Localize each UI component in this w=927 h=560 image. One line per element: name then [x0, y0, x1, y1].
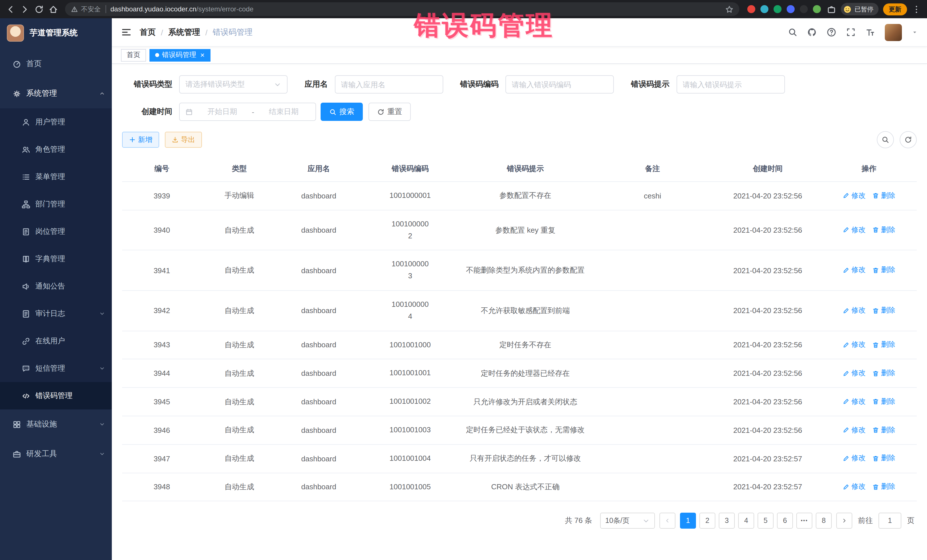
page-size-select[interactable]: 10条/页: [600, 513, 655, 529]
extension-icon[interactable]: [787, 5, 795, 13]
sidebar-item-audit-log[interactable]: 审计日志: [0, 300, 112, 327]
delete-link[interactable]: 删除: [872, 397, 895, 407]
extensions-puzzle-icon[interactable]: [827, 4, 836, 14]
delete-link[interactable]: 删除: [872, 225, 895, 235]
edit-link[interactable]: 修改: [843, 369, 866, 378]
prev-page-button[interactable]: [660, 513, 675, 529]
github-icon[interactable]: [807, 27, 817, 37]
back-icon[interactable]: [6, 4, 15, 14]
edit-link[interactable]: 修改: [843, 454, 866, 463]
avatar[interactable]: [885, 24, 902, 41]
error-type-select[interactable]: 请选择错误码类型: [179, 75, 287, 94]
extension-icon[interactable]: [800, 5, 808, 13]
close-icon[interactable]: ×: [200, 51, 205, 59]
sidebar-item-online-users[interactable]: 在线用户: [0, 327, 112, 355]
logo[interactable]: 芋道管理系统: [0, 18, 112, 48]
filter-error-type: 错误码类型 请选择错误码类型: [122, 75, 287, 94]
pager-page-2[interactable]: 2: [699, 513, 715, 529]
sidebar-item-roles[interactable]: 角色管理: [0, 136, 112, 163]
forward-icon[interactable]: [20, 4, 30, 14]
export-button[interactable]: 导出: [165, 132, 202, 148]
extension-icon[interactable]: [760, 5, 768, 13]
error-code-input[interactable]: [505, 75, 614, 94]
delete-link[interactable]: 删除: [872, 425, 895, 435]
delete-link[interactable]: 删除: [872, 454, 895, 463]
browser-menu-dots-icon[interactable]: [912, 4, 921, 14]
sidebar-item-dictionary[interactable]: 字典管理: [0, 245, 112, 273]
reload-icon[interactable]: [34, 4, 44, 14]
edit-link[interactable]: 修改: [843, 482, 866, 492]
error-message-input[interactable]: [676, 75, 785, 94]
sidebar-item-departments[interactable]: 部门管理: [0, 190, 112, 218]
app-name-label: 应用名: [305, 79, 328, 90]
edit-link[interactable]: 修改: [843, 225, 866, 235]
delete-link[interactable]: 删除: [872, 369, 895, 378]
sidebar-item-label: 首页: [26, 59, 105, 69]
edit-link[interactable]: 修改: [843, 191, 866, 200]
edit-link[interactable]: 修改: [843, 340, 866, 349]
sidebar-item-menus[interactable]: 菜单管理: [0, 163, 112, 190]
pager-page-6[interactable]: 6: [777, 513, 793, 529]
edit-link-label: 修改: [851, 482, 866, 492]
edit-link[interactable]: 修改: [843, 425, 866, 435]
delete-link[interactable]: 删除: [872, 482, 895, 492]
edit-link[interactable]: 修改: [843, 397, 866, 407]
sidebar-item-users[interactable]: 用户管理: [0, 108, 112, 136]
pager-page-8[interactable]: 8: [816, 513, 832, 529]
cell-actions: 修改删除: [821, 445, 917, 473]
home-icon[interactable]: [49, 4, 58, 14]
pager-page-4[interactable]: 4: [738, 513, 754, 529]
sidebar-item-notices[interactable]: 通知公告: [0, 273, 112, 300]
extension-icon[interactable]: [774, 5, 781, 13]
date-range-picker[interactable]: 开始日期 - 结束日期: [179, 103, 316, 121]
tab-home[interactable]: 首页: [121, 49, 146, 61]
update-button[interactable]: 更新: [883, 3, 907, 15]
delete-link[interactable]: 删除: [872, 191, 895, 200]
sidebar-item-error-codes[interactable]: 错误码管理: [0, 382, 112, 410]
sidebar-item-dev-tools[interactable]: 研发工具: [0, 439, 112, 469]
sidebar-item-positions[interactable]: 岗位管理: [0, 218, 112, 245]
next-page-button[interactable]: [836, 513, 852, 529]
pager-page-1[interactable]: 1: [680, 513, 696, 529]
tab-error-codes[interactable]: 错误码管理×: [149, 49, 210, 61]
hamburger-icon[interactable]: [121, 27, 132, 38]
sidebar-menu: 首页系统管理用户管理角色管理菜单管理部门管理岗位管理字典管理通知公告审计日志在线…: [0, 48, 112, 560]
reset-button[interactable]: 重置: [369, 103, 411, 121]
extension-icon[interactable]: [813, 5, 821, 13]
refresh-table-button[interactable]: [900, 131, 917, 148]
sidebar-item-home[interactable]: 首页: [0, 49, 112, 79]
add-button[interactable]: 新增: [122, 132, 159, 148]
profile-chip[interactable]: 已暂停: [841, 3, 878, 15]
help-icon[interactable]: [827, 27, 836, 37]
toggle-search-button[interactable]: [877, 131, 894, 148]
delete-link[interactable]: 删除: [872, 340, 895, 349]
search-button[interactable]: 搜索: [321, 103, 363, 121]
pager-page-5[interactable]: 5: [758, 513, 774, 529]
sidebar-item-infrastructure[interactable]: 基础设施: [0, 410, 112, 439]
sidebar-item-label: 基础设施: [26, 419, 94, 429]
error-type-placeholder: 请选择错误码类型: [185, 79, 274, 90]
delete-link[interactable]: 删除: [872, 306, 895, 316]
bookmark-star-icon[interactable]: [725, 5, 734, 14]
table-row: 3944自动生成dashboard1001001001定时任务的处理器已经存在2…: [122, 359, 917, 388]
search-icon[interactable]: [788, 27, 798, 37]
goto-page-input[interactable]: [878, 513, 901, 529]
caret-down-icon[interactable]: [912, 29, 918, 35]
edit-link[interactable]: 修改: [843, 266, 866, 275]
address-bar[interactable]: 不安全 dashboard.yudao.iocoder.cn/system/er…: [65, 2, 739, 16]
breadcrumb-item[interactable]: 错误码管理: [213, 27, 253, 37]
breadcrumb-item[interactable]: 系统管理: [168, 27, 200, 37]
security-chip[interactable]: 不安全: [71, 5, 101, 14]
sidebar-item-label: 用户管理: [35, 117, 105, 127]
pager-page-3[interactable]: 3: [719, 513, 735, 529]
edit-link[interactable]: 修改: [843, 306, 866, 316]
app-name-input[interactable]: [334, 75, 443, 94]
font-size-icon[interactable]: [865, 27, 875, 37]
sidebar-item-sms[interactable]: 短信管理: [0, 355, 112, 382]
pager-ellipsis[interactable]: •••: [796, 513, 812, 529]
delete-link[interactable]: 删除: [872, 266, 895, 275]
breadcrumb-item[interactable]: 首页: [140, 27, 156, 37]
fullscreen-icon[interactable]: [846, 27, 856, 37]
extension-icon[interactable]: [747, 5, 755, 13]
sidebar-item-system[interactable]: 系统管理: [0, 79, 112, 108]
